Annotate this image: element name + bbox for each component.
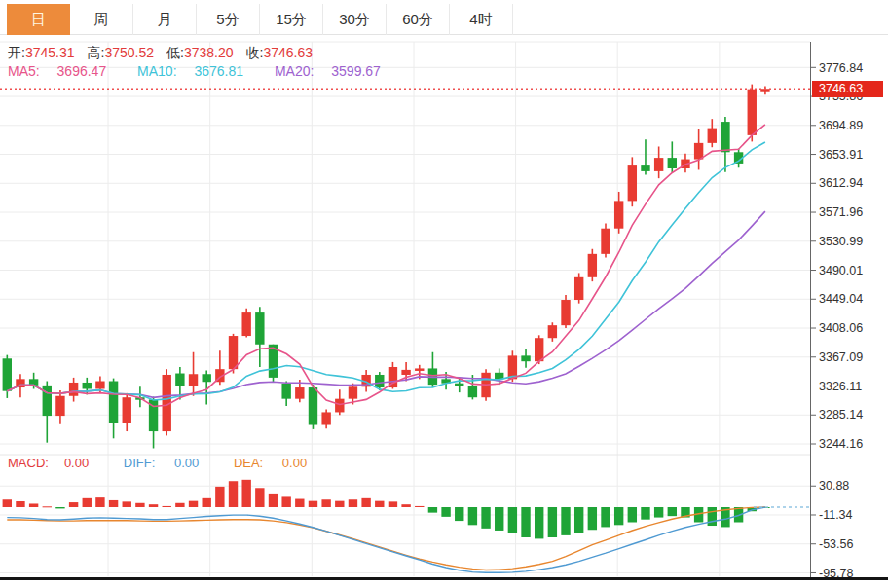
- candle-down: [109, 382, 118, 423]
- price-axis-label: 3694.89: [819, 119, 863, 132]
- macd-bar-positive: [175, 503, 184, 507]
- candle-down: [641, 165, 649, 171]
- candle-down: [721, 122, 729, 152]
- candle-down: [375, 375, 384, 387]
- macd-bar-positive: [123, 501, 131, 507]
- candle-up: [614, 201, 623, 228]
- macd-bar-positive: [415, 506, 424, 507]
- candle-up: [335, 399, 344, 413]
- candle-up: [56, 396, 64, 416]
- price-axis-label: 3776.84: [819, 61, 863, 75]
- candle-up: [241, 312, 250, 336]
- macd-bar-negative: [508, 507, 517, 533]
- chart-canvas[interactable]: 3776.843735.863694.893653.913612.943571.…: [0, 0, 888, 588]
- macd-bar-positive: [309, 501, 317, 507]
- macd-bar-positive: [269, 494, 278, 507]
- open-label: 开:: [8, 45, 25, 60]
- candle-up: [95, 382, 104, 389]
- macd-bar-negative: [641, 507, 649, 520]
- macd-legend: MACD:0.00 DIFF: 0.00 DEA: 0.00: [8, 456, 338, 470]
- candle-down: [255, 312, 264, 345]
- macd-bar-positive: [29, 503, 38, 507]
- price-axis-label: 3530.99: [819, 235, 863, 248]
- macd-bar-positive: [281, 496, 290, 507]
- close-label: 收:: [246, 45, 264, 60]
- macd-bar-positive: [163, 506, 171, 507]
- macd-bar-negative: [428, 507, 437, 513]
- price-axis-label: 3408.06: [819, 321, 863, 335]
- macd-bar-negative: [455, 507, 463, 521]
- macd-bar-positive: [401, 504, 410, 507]
- macd-bar-negative: [495, 507, 503, 531]
- macd-value: MACD:0.00: [8, 456, 104, 470]
- ma10-line: [7, 142, 765, 400]
- candle-up: [548, 325, 557, 338]
- ma5-line: [7, 125, 765, 407]
- macd-bar-positive: [388, 501, 397, 507]
- close-value: 3746.63: [263, 45, 313, 60]
- price-axis-label: 3490.01: [819, 264, 863, 277]
- macd-axis-label: 30.88: [819, 479, 849, 493]
- candle-down: [281, 384, 290, 399]
- macd-bar-negative: [521, 507, 530, 537]
- macd-bar-negative: [441, 507, 450, 517]
- macd-bar-negative: [588, 507, 597, 530]
- candle-up: [628, 165, 637, 201]
- macd-bar-positive: [255, 488, 264, 507]
- price-axis-label: 3326.11: [819, 380, 862, 393]
- macd-axis-label: -53.56: [819, 537, 853, 551]
- candle-up: [748, 90, 757, 135]
- candle-down: [43, 386, 52, 416]
- high-label: 高:: [88, 45, 105, 60]
- candle-up: [708, 129, 717, 143]
- candle-up: [229, 336, 238, 369]
- macd-bar-positive: [135, 503, 144, 507]
- candle-down: [455, 384, 463, 386]
- macd-bar-positive: [3, 499, 12, 507]
- high-value: 3750.52: [104, 45, 154, 60]
- ma20-value: MA20: 3599.67: [275, 63, 394, 79]
- macd-bar-positive: [203, 498, 211, 507]
- candle-down: [3, 358, 12, 390]
- price-axis-label: 3367.09: [819, 350, 863, 364]
- ma-legend: MA5: 3696.47 MA10: 3676.81 MA20: 3599.67: [8, 63, 408, 79]
- dea-value: DEA: 0.00: [234, 456, 322, 470]
- macd-bar-negative: [601, 507, 610, 527]
- low-value: 3738.20: [184, 45, 234, 60]
- candle-up: [694, 143, 703, 160]
- candle-up: [189, 374, 198, 386]
- low-label: 低:: [166, 45, 184, 60]
- macd-bar-negative: [56, 507, 64, 508]
- macd-bar-positive: [335, 501, 344, 507]
- macd-bar-positive: [241, 480, 250, 507]
- macd-bar-positive: [189, 501, 198, 507]
- macd-axis-label: -11.34: [819, 508, 853, 522]
- current-price-badge: 3746.63: [812, 81, 883, 97]
- macd-bar-positive: [361, 498, 370, 507]
- macd-bar-positive: [375, 501, 384, 507]
- ohlc-legend: 开:3745.31高:3750.52低:3738.20收:3746.63: [8, 45, 325, 62]
- candle-up: [401, 370, 410, 375]
- candle-up: [415, 368, 424, 371]
- macd-bar-negative: [654, 507, 663, 518]
- dea-line: [7, 507, 765, 570]
- macd-bar-positive: [229, 481, 238, 507]
- candle-up: [654, 158, 663, 171]
- macd-bar-negative: [548, 507, 557, 537]
- price-axis-label: 3571.96: [819, 205, 863, 219]
- diff-line: [7, 507, 765, 572]
- macd-bar-positive: [16, 501, 24, 507]
- candle-down: [175, 374, 184, 386]
- chart-app: 日周月5分15分30分60分4时 3776.843735.863694.8936…: [0, 0, 888, 588]
- macd-bar-positive: [349, 499, 357, 507]
- macd-bar-negative: [628, 507, 637, 522]
- macd-bar-positive: [43, 506, 52, 507]
- macd-bar-negative: [535, 507, 543, 538]
- candle-down: [468, 386, 477, 398]
- macd-bar-positive: [215, 487, 224, 507]
- candle-up: [574, 277, 583, 300]
- bottom-divider: [0, 577, 888, 580]
- candle-up: [588, 254, 597, 277]
- macd-bar-positive: [149, 504, 158, 507]
- candle-down: [309, 387, 317, 424]
